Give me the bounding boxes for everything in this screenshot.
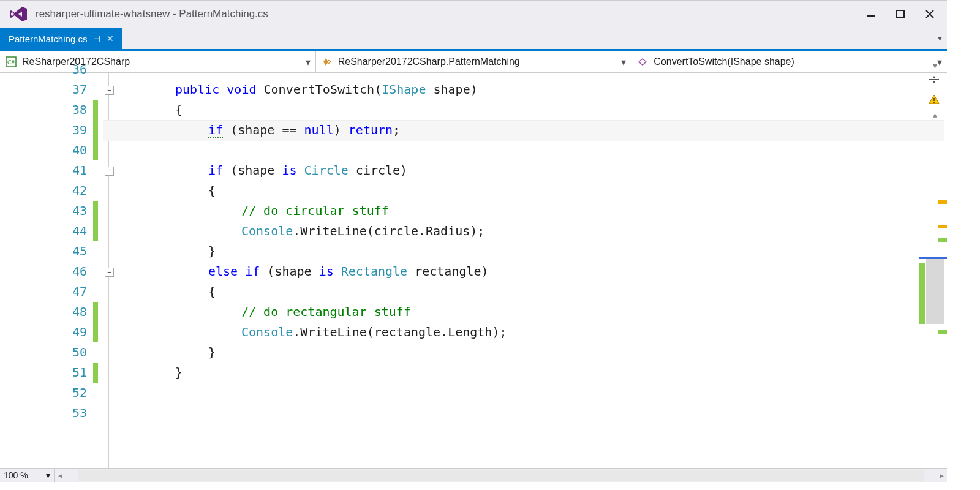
line-number: 47 bbox=[0, 282, 91, 302]
code-line: } bbox=[208, 342, 216, 363]
code-line: } bbox=[208, 241, 216, 262]
code-line: Console.WriteLine(rectangle.Length); bbox=[241, 322, 507, 342]
line-number: 52 bbox=[0, 383, 91, 403]
line-number: 48 bbox=[0, 302, 91, 322]
scroll-left-arrow[interactable]: ◂ bbox=[55, 470, 66, 480]
visual-studio-logo-icon bbox=[9, 4, 28, 24]
code-line: if (shape == null) return; bbox=[208, 120, 400, 140]
marker[interactable] bbox=[938, 200, 947, 204]
line-number: 37 bbox=[0, 80, 91, 100]
svg-rect-8 bbox=[933, 102, 935, 103]
status-zoom-bar: 100 % ▾ ◂ ▸ bbox=[0, 468, 947, 482]
close-button[interactable] bbox=[924, 8, 936, 20]
code-line: } bbox=[175, 363, 183, 383]
method-icon bbox=[636, 56, 649, 68]
class-icon bbox=[321, 56, 333, 68]
tab-overflow-menu[interactable]: ▾ bbox=[938, 33, 942, 43]
chevron-down-icon: ▾ bbox=[937, 56, 942, 68]
nav-method-combo[interactable]: ConvertToSwitch(IShape shape) ▾ bbox=[631, 51, 947, 72]
line-number: 39 bbox=[0, 120, 91, 140]
code-line: { bbox=[208, 282, 216, 302]
svg-rect-1 bbox=[897, 10, 904, 18]
scroll-up-arrow[interactable]: ▴ bbox=[933, 110, 937, 119]
change-marker bbox=[93, 100, 98, 160]
code-line: if (shape is Circle circle) bbox=[208, 160, 407, 181]
change-marker bbox=[93, 201, 98, 241]
line-number: 45 bbox=[0, 241, 91, 262]
minimize-button[interactable] bbox=[865, 8, 877, 20]
nav-class-combo[interactable]: ReSharper20172CSharp.PatternMatching ▾ bbox=[316, 51, 632, 72]
marker[interactable] bbox=[938, 330, 947, 334]
code-line: // do circular stuff bbox=[241, 201, 389, 221]
code-line: // do rectangular stuff bbox=[241, 302, 411, 322]
line-number: 46 bbox=[0, 262, 91, 282]
line-number: 49 bbox=[0, 322, 91, 342]
code-line: else if (shape is Rectangle rectangle) bbox=[208, 262, 489, 282]
line-number: 53 bbox=[0, 403, 91, 423]
document-tab-strip: PatternMatching.cs ⊣ ✕ ▾ bbox=[0, 28, 947, 51]
scroll-down-arrow[interactable]: ▾ bbox=[933, 61, 937, 70]
code-area[interactable]: − − − public void ConvertToSwitch(IShape… bbox=[103, 73, 947, 468]
line-number: 42 bbox=[0, 181, 91, 201]
tab-pattern-matching[interactable]: PatternMatching.cs ⊣ ✕ bbox=[0, 28, 123, 49]
code-editor[interactable]: 36 37 38 39 40 41 42 43 44 45 46 47 48 4… bbox=[0, 73, 947, 468]
zoom-level: 100 % bbox=[4, 470, 28, 480]
svg-rect-6 bbox=[929, 79, 939, 80]
scroll-right-arrow[interactable]: ▸ bbox=[936, 470, 947, 480]
line-number: 50 bbox=[0, 342, 91, 363]
titlebar: resharper-ultimate-whatsnew - PatternMat… bbox=[0, 1, 947, 28]
scrollbar-horizontal[interactable] bbox=[78, 470, 924, 481]
pin-icon[interactable]: ⊣ bbox=[93, 34, 100, 43]
scrollbar-thumb[interactable] bbox=[926, 257, 944, 324]
code-line: public void ConvertToSwitch(IShape shape… bbox=[175, 80, 478, 100]
line-number: 38 bbox=[0, 100, 91, 120]
fold-toggle[interactable]: − bbox=[105, 167, 114, 176]
zoom-combo[interactable]: 100 % ▾ bbox=[0, 469, 55, 482]
svg-rect-7 bbox=[933, 98, 935, 101]
fold-toggle[interactable]: − bbox=[105, 268, 114, 277]
window-title: resharper-ultimate-whatsnew - PatternMat… bbox=[36, 8, 865, 20]
change-marker bbox=[93, 363, 98, 383]
chevron-down-icon: ▾ bbox=[621, 56, 626, 68]
code-line: Console.WriteLine(circle.Radius); bbox=[241, 221, 484, 241]
navigation-bar: C# ReSharper20172CSharp ▾ ReSharper20172… bbox=[0, 51, 947, 73]
marker[interactable] bbox=[938, 225, 947, 228]
chevron-down-icon: ▾ bbox=[306, 56, 311, 68]
marker[interactable] bbox=[919, 257, 947, 259]
line-number: 36 bbox=[0, 59, 91, 80]
nav-class-label: ReSharper20172CSharp.PatternMatching bbox=[338, 56, 520, 67]
change-marker bbox=[93, 302, 98, 342]
line-number: 41 bbox=[0, 160, 91, 181]
close-icon[interactable]: ✕ bbox=[107, 34, 114, 43]
marker[interactable] bbox=[919, 263, 925, 324]
tab-label: PatternMatching.cs bbox=[9, 34, 87, 44]
nav-method-label: ConvertToSwitch(IShape shape) bbox=[654, 56, 794, 67]
chevron-down-icon: ▾ bbox=[46, 470, 50, 480]
line-number: 40 bbox=[0, 140, 91, 160]
svg-rect-0 bbox=[867, 15, 875, 17]
split-icon[interactable] bbox=[929, 75, 940, 86]
warning-icon[interactable] bbox=[929, 94, 940, 107]
code-line: { bbox=[208, 181, 216, 201]
line-number: 43 bbox=[0, 201, 91, 221]
fold-toggle[interactable]: − bbox=[105, 86, 114, 95]
code-line: { bbox=[175, 100, 183, 120]
line-number: 44 bbox=[0, 221, 91, 241]
line-number: 51 bbox=[0, 363, 91, 383]
gutter: 36 37 38 39 40 41 42 43 44 45 46 47 48 4… bbox=[0, 73, 103, 468]
marker[interactable] bbox=[938, 238, 947, 242]
maximize-button[interactable] bbox=[894, 8, 907, 20]
